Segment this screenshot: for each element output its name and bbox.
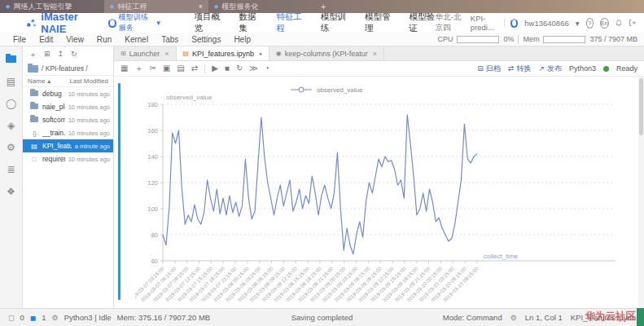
breadcrumb-path: / KPI-features /	[42, 64, 88, 73]
document-tab-bar: ⊞Launcher×▤KPI_features.ipynb●◉keep-colu…	[114, 46, 644, 61]
nav-item-4[interactable]: 模型管理	[365, 11, 391, 34]
tab-launcher[interactable]: ⊞Launcher×	[114, 46, 177, 60]
doc-tab-icon: ▤	[183, 50, 190, 57]
file-row[interactable]: { }__train.json10 minutes ago	[23, 126, 113, 139]
new-folder-icon[interactable]: ⊞	[44, 50, 50, 60]
nav-item-0[interactable]: 项目概览	[195, 11, 221, 34]
refresh-icon[interactable]: ↻	[71, 50, 77, 60]
timer-icon[interactable]: ◔	[265, 64, 269, 73]
action-label: 转换	[516, 64, 531, 74]
terminals-icon[interactable]: ◻	[8, 314, 14, 322]
kernel-state[interactable]: Python3 | Idle	[64, 313, 112, 322]
file-browser-icon[interactable]	[6, 55, 16, 64]
menu-help[interactable]: Help	[227, 35, 257, 44]
help-icon[interactable]: ?	[586, 18, 594, 29]
menu-settings[interactable]: Settings	[185, 35, 227, 44]
logout-icon[interactable]	[629, 18, 636, 28]
git-icon[interactable]: ◈	[7, 121, 15, 130]
service-label: 模型训练服务	[119, 12, 154, 33]
doc-tab-label: keep-columns (KPI-featur	[285, 50, 368, 58]
nav-item-5[interactable]: 模型验证	[409, 11, 435, 34]
copy-cell-icon[interactable]: ▣	[163, 64, 170, 73]
archive-button[interactable]: ⊟归档	[477, 64, 501, 74]
file-row[interactable]: ▤KPI_featur...a minute ago	[23, 139, 113, 152]
menu-run[interactable]: Run	[90, 35, 118, 44]
convert-button[interactable]: ⇄转换	[508, 64, 532, 74]
sort-asc-icon[interactable]: ▴	[47, 77, 50, 85]
file-row[interactable]: softcomai10 minutes ago	[23, 113, 113, 126]
notebook-content[interactable]: 60801001201401601802019-03-07 03:15:0020…	[114, 77, 644, 308]
gear-icon[interactable]: ⚙	[52, 314, 59, 322]
tab-keep-columns[interactable]: ◉keep-columns (KPI-featur×	[269, 46, 384, 60]
table-of-contents-icon[interactable]: ≣	[7, 165, 15, 174]
browser-tab-1[interactable]: ◆特征工程×	[104, 0, 208, 13]
scrollbar-thumb[interactable]	[639, 78, 643, 135]
tab-kpi-features-notebook[interactable]: ▤KPI_features.ipynb●	[177, 46, 269, 60]
column-last-modified[interactable]: Last Modified	[69, 77, 108, 85]
chevron-down-icon: ▾	[156, 19, 160, 27]
cut-cell-icon[interactable]: ✂	[149, 64, 156, 73]
paste-cell-icon[interactable]: ▤	[177, 64, 184, 73]
nav-item-1[interactable]: 数据集	[239, 11, 258, 34]
restart-kernel-icon[interactable]: ↻	[236, 64, 243, 73]
menu-tabs[interactable]: Tabs	[155, 35, 185, 44]
settings-icon[interactable]: ⚙	[510, 314, 517, 322]
settings-tools-icon[interactable]: ⚙	[7, 143, 15, 152]
nav-item-3[interactable]: 模型训练	[321, 11, 347, 34]
menu-edit[interactable]: Edit	[33, 35, 59, 44]
file-name: KPI_featur...	[42, 142, 72, 150]
legend-label: observed_value	[317, 86, 363, 94]
menu-file[interactable]: File	[7, 35, 33, 44]
naie-logo[interactable]: iMaster NAIE	[26, 11, 95, 35]
kernels-icon[interactable]: ◼	[30, 314, 36, 322]
y-tick-label: 80	[151, 231, 158, 239]
project-label[interactable]: KPI-predi...	[471, 14, 497, 32]
json-file-icon: { }	[29, 130, 39, 136]
upload-icon[interactable]: ↥	[58, 50, 64, 60]
run-all-cells-icon[interactable]: ≫	[249, 64, 257, 73]
language-icon[interactable]: En	[600, 18, 609, 29]
service-switcher[interactable]: 模型训练服务 ▾	[108, 12, 160, 33]
file-name: debug	[42, 90, 62, 98]
menu-view[interactable]: View	[59, 35, 90, 44]
scrollbar[interactable]	[638, 77, 644, 308]
kernel-name-wrap[interactable]: Python3	[569, 64, 596, 73]
extensions-icon[interactable]: ❖	[7, 187, 15, 196]
file-browser: ＋⊞↥↻ / KPI-features / Name ▴ Last Modifi…	[23, 46, 114, 308]
action-label: 归档	[486, 64, 501, 74]
mem-label: Mem	[523, 35, 539, 43]
interrupt-kernel-icon[interactable]: ■	[225, 64, 230, 73]
cursor-position[interactable]: Ln 1, Col 1	[525, 313, 563, 322]
unsaved-dot-icon: ●	[259, 51, 262, 56]
username[interactable]: hw13640866	[524, 19, 568, 28]
publish-button[interactable]: ↗发布	[538, 64, 562, 74]
user-caret-icon[interactable]: ▾	[576, 19, 580, 28]
file-name: requireme...	[42, 155, 65, 163]
file-name: softcomai	[42, 116, 65, 124]
save-icon[interactable]: ▦	[120, 64, 128, 73]
jupyter-menubar: FileEditViewRunKernelTabsSettingsHelp CP…	[0, 33, 644, 46]
status-right: Mode: Command ⚙ Ln 1, Col 1 KPI_features…	[443, 313, 636, 322]
move-cell-icon[interactable]: ⇄	[191, 64, 198, 73]
region-label[interactable]: 华北-北京四	[436, 12, 464, 33]
close-icon[interactable]: ×	[164, 50, 169, 58]
new-launcher-icon[interactable]: ＋	[29, 50, 37, 60]
bell-icon[interactable]	[616, 18, 622, 29]
menu-items: FileEditViewRunKernelTabsSettingsHelp	[7, 35, 257, 44]
menu-kernel[interactable]: Kernel	[118, 35, 155, 44]
y-tick-label: 100	[147, 205, 158, 213]
left-activity-rail: ▤◯◈⚙≣❖	[0, 46, 23, 308]
commands-icon[interactable]: ◯	[6, 99, 16, 108]
nav-item-2[interactable]: 特征工程	[276, 11, 302, 34]
insert-cell-icon[interactable]: ＋	[134, 64, 142, 73]
breadcrumb[interactable]: / KPI-features /	[23, 62, 113, 75]
column-name[interactable]: Name	[28, 77, 45, 85]
editor-mode[interactable]: Mode: Command	[443, 313, 502, 322]
running-sessions-icon[interactable]: ▤	[7, 77, 15, 86]
run-cell-icon[interactable]: ▶	[212, 64, 218, 73]
file-row[interactable]: □requireme...10 minutes ago	[23, 152, 113, 165]
close-icon[interactable]: ×	[373, 50, 377, 58]
close-icon[interactable]: ×	[199, 2, 203, 11]
file-row[interactable]: debug10 minutes ago	[23, 87, 113, 100]
file-row[interactable]: naie_plotb10 minutes ago	[23, 100, 113, 113]
